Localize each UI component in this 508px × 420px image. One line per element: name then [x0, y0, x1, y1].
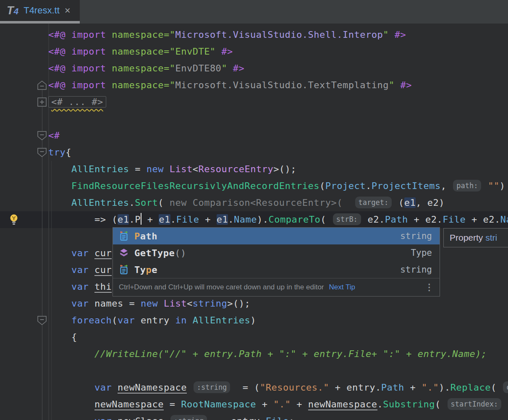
- parameter-hint-chip: :string: [170, 415, 207, 420]
- code-segment: (: [319, 181, 325, 191]
- code-segment: [164, 164, 170, 174]
- code-segment: >();: [227, 298, 250, 309]
- code-segment: in: [175, 315, 187, 326]
- code-segment: (: [112, 315, 118, 326]
- code-segment: .: [129, 197, 135, 208]
- completion-item[interactable]: GetType()Type: [113, 244, 440, 261]
- fold-line-segment: [42, 90, 42, 131]
- tab-close-icon[interactable]: ×: [65, 5, 71, 16]
- editor-tab-bar: T4 T4resx.tt ×: [0, 0, 508, 24]
- more-options-icon[interactable]: ⋮: [425, 282, 434, 292]
- code-line[interactable]: var thi: [71, 278, 112, 295]
- code-line[interactable]: <#@ import namespace="Microsoft.VisualSt…: [48, 77, 412, 94]
- code-segment: ).: [439, 382, 450, 393]
- code-line[interactable]: FindResourceFilesRecursivlyAndRecordEntr…: [71, 178, 505, 194]
- property-icon: [119, 231, 129, 241]
- code-segment: + e2.: [466, 214, 500, 225]
- code-line[interactable]: <#@ import namespace="EnvDTE" #>: [48, 43, 233, 60]
- code-segment: =: [129, 164, 146, 174]
- code-line[interactable]: foreach(var entry in AllEntries): [71, 312, 256, 329]
- code-segment: namespace=": [112, 80, 175, 90]
- completion-item[interactable]: Pathstring: [113, 228, 440, 244]
- code-segment: <#@ import: [48, 80, 112, 90]
- code-line[interactable]: var newNamespace :string = ("Resources."…: [94, 379, 508, 396]
- code-segment: e2.: [362, 214, 385, 225]
- code-segment: => (: [94, 214, 118, 225]
- completion-item-type: string: [400, 231, 432, 241]
- tab-bar-empty-space: [80, 0, 508, 24]
- next-tip-link[interactable]: Next Tip: [329, 283, 355, 291]
- code-line[interactable]: //WriteLine("//" + entry.Path + ":" + en…: [94, 346, 487, 362]
- code-segment: List: [164, 298, 187, 309]
- completion-popup: PathstringGetType()TypeTypestring Ctrl+D…: [113, 227, 440, 297]
- code-segment: Sort: [135, 197, 158, 208]
- code-segment: (: [320, 214, 332, 225]
- code-line[interactable]: var names = new List<string>();: [71, 295, 250, 312]
- code-segment: .: [366, 181, 372, 191]
- fold-collapsed-marker[interactable]: [37, 97, 47, 107]
- code-line[interactable]: {: [71, 329, 77, 346]
- code-segment: "Resources.": [260, 382, 329, 393]
- code-segment: ProjectItems: [372, 181, 441, 191]
- code-line[interactable]: AllEntries.Sort( new Comparison<Resource…: [71, 194, 445, 211]
- fold-open-top-marker[interactable]: [37, 81, 47, 90]
- fold-line-segment: [42, 325, 42, 420]
- code-segment: , e2): [416, 197, 445, 208]
- completion-item[interactable]: Typestring: [113, 261, 440, 278]
- code-segment: var: [94, 416, 112, 420]
- tab-t4resx[interactable]: T4 T4resx.tt ×: [0, 0, 80, 21]
- completion-item-label: Type: [134, 265, 157, 275]
- code-line[interactable]: var cur: [71, 262, 112, 278]
- completion-item-label: Path: [134, 231, 157, 242]
- code-segment: Microsoft.VisualStudio.TextTemplating: [175, 80, 389, 90]
- code-line[interactable]: var cur: [71, 245, 112, 262]
- code-segment: #>: [227, 63, 244, 74]
- code-line[interactable]: newNamespace = RootNamespace + "." + new…: [94, 396, 502, 413]
- tooltip-kind-label: Property: [450, 233, 485, 243]
- code-line[interactable]: <#@ import namespace="Microsoft.VisualSt…: [48, 26, 406, 43]
- code-segment: (: [491, 382, 503, 393]
- code-segment: ).: [257, 214, 269, 225]
- folded-region-chip[interactable]: <# ... #>: [48, 96, 106, 108]
- intention-lightbulb-icon[interactable]: [8, 214, 19, 227]
- code-segment: #>: [389, 29, 406, 40]
- fold-open-marker[interactable]: [37, 316, 47, 325]
- code-segment: [187, 382, 193, 393]
- code-segment: +: [199, 214, 216, 225]
- code-segment: <#@ import: [48, 63, 112, 74]
- code-segment: <: [187, 298, 193, 309]
- code-segment: (: [393, 197, 404, 208]
- code-segment: string: [193, 298, 227, 309]
- code-segment: FindResourceFilesRecursivlyAndRecordEntr…: [71, 181, 319, 191]
- fold-open-marker[interactable]: [37, 148, 47, 157]
- code-segment: Na: [500, 214, 508, 225]
- t4-file-icon: T4: [7, 4, 18, 17]
- code-segment: File: [176, 214, 199, 225]
- code-line[interactable]: <#: [48, 127, 60, 144]
- code-line[interactable]: AllEntries = new List<ResourceEntry>();: [71, 161, 296, 178]
- parameter-hint-chip: target:: [355, 197, 392, 208]
- fold-open-marker[interactable]: [37, 131, 47, 140]
- code-segment: <#@ import: [48, 46, 112, 57]
- code-segment: ".": [422, 382, 439, 393]
- code-segment: namespace=": [112, 29, 175, 40]
- code-line[interactable]: => (e1.P + e1.File + e1.Name).CompareTo(…: [94, 211, 508, 228]
- code-line[interactable]: <#@ import namespace="EnvDTE80" #>: [48, 60, 244, 77]
- code-segment: entry: [135, 315, 175, 326]
- code-segment: Microsoft.VisualStudio.Shell.Interop: [175, 29, 383, 40]
- parameter-hint-chip: strB:: [333, 213, 361, 225]
- code-segment: +: [256, 399, 273, 410]
- code-segment: .: [377, 399, 383, 410]
- code-segment: var: [71, 265, 89, 275]
- ide-window: <#@ import namespace="Microsoft.VisualSt…: [0, 0, 508, 420]
- code-line[interactable]: <# ... #>: [48, 94, 106, 110]
- code-segment: + e2.: [408, 214, 443, 225]
- code-segment: List: [170, 164, 193, 174]
- code-segment: try: [48, 147, 65, 158]
- code-segment: (: [435, 399, 447, 410]
- code-segment: +: [404, 382, 422, 393]
- code-line[interactable]: var newClass :string = entry.File;: [94, 413, 295, 420]
- completion-popup-footer: Ctrl+Down and Ctrl+Up will move caret do…: [113, 278, 440, 296]
- code-line[interactable]: try{: [48, 144, 71, 161]
- code-segment: Replace: [450, 382, 491, 393]
